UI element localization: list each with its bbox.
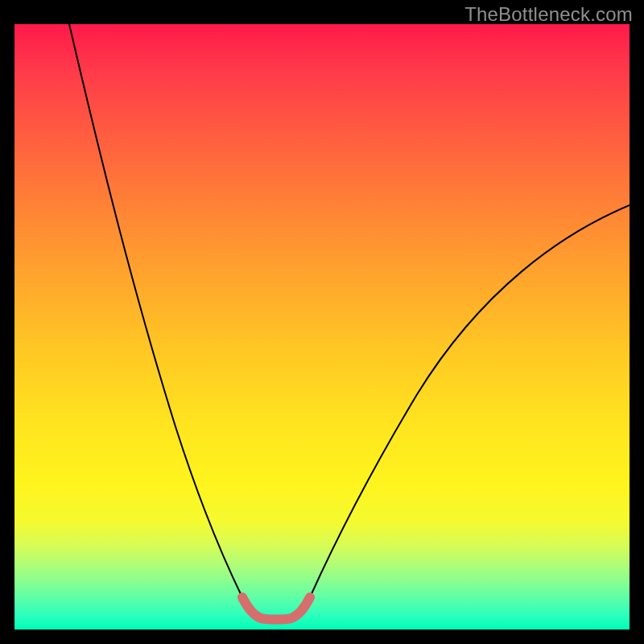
curve-layer: [14, 24, 630, 630]
credit-text: TheBottleneck.com: [464, 3, 633, 26]
curve-right-branch: [310, 205, 630, 597]
curve-left-branch: [69, 24, 242, 597]
curve-valley-highlight: [242, 597, 310, 620]
chart-canvas: TheBottleneck.com: [0, 0, 644, 644]
plot-area: [14, 24, 630, 630]
